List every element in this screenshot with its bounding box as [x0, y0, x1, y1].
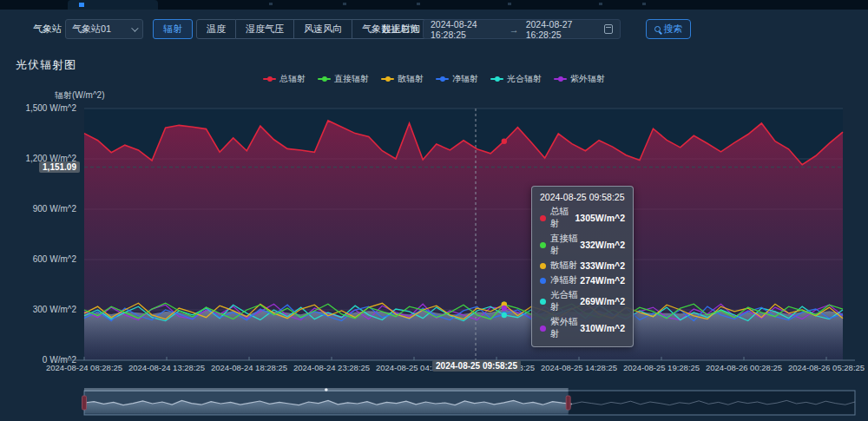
station-select[interactable]: 气象站01 — [65, 19, 143, 39]
datazoom-right-handle[interactable] — [566, 396, 570, 410]
legend-item[interactable]: 直接辐射 — [318, 73, 369, 85]
tooltip-row: 净辐射274W/m^2 — [540, 274, 625, 286]
time-range-label: 起止时间 — [382, 23, 420, 36]
date-range-picker[interactable]: 2024-08-24 16:28:25 → 2024-08-27 16:28:2… — [423, 19, 621, 39]
legend-item[interactable]: 紫外辐射 — [554, 73, 605, 85]
date-end-value[interactable]: 2024-08-27 16:28:25 — [526, 19, 598, 40]
date-start-value[interactable]: 2024-08-24 16:28:25 — [431, 19, 503, 40]
metric-tab-3[interactable]: 湿度气压 — [236, 19, 294, 39]
series-dot-icon — [540, 326, 546, 332]
station-select-value: 气象站01 — [72, 23, 111, 36]
legend-line-dot-icon — [381, 76, 394, 82]
legend-item[interactable]: 净辐射 — [436, 73, 478, 85]
chart-legend: 总辐射直接辐射散辐射净辐射光合辐射紫外辐射 — [0, 73, 868, 85]
series-dot-icon — [540, 278, 546, 284]
radiation-chart-canvas[interactable] — [0, 0, 868, 421]
series-dot-icon — [540, 215, 546, 221]
search-button[interactable]: 搜索 — [646, 19, 691, 39]
y-axis-pointer-badge: 1,151.09 — [39, 161, 80, 173]
tooltip-row: 散辐射333W/m^2 — [540, 260, 625, 272]
tooltip-row: 总辐射1305W/m^2 — [540, 206, 625, 230]
chart-tooltip: 2024-08-25 09:58:25 总辐射1305W/m^2直接辐射332W… — [531, 186, 634, 347]
legend-line-dot-icon — [318, 76, 331, 82]
legend-item[interactable]: 光合辐射 — [490, 73, 542, 85]
legend-line-dot-icon — [554, 76, 567, 82]
metric-tab-4[interactable]: 风速风向 — [294, 19, 352, 39]
legend-item[interactable]: 总辐射 — [263, 73, 306, 85]
calendar-icon[interactable] — [604, 24, 613, 34]
datazoom-left-handle[interactable] — [82, 396, 87, 410]
search-icon — [654, 26, 661, 32]
y-axis-name: 辐射(W/m^2) — [55, 89, 104, 102]
tooltip-timestamp: 2024-08-25 09:58:25 — [540, 192, 625, 202]
datazoom-slider[interactable] — [82, 388, 856, 415]
series-dot-icon — [540, 242, 546, 248]
datazoom-move-bar[interactable] — [84, 388, 569, 391]
chevron-down-icon — [131, 24, 138, 31]
arrow-right-icon: → — [510, 24, 519, 35]
legend-line-dot-icon — [263, 76, 276, 82]
station-label: 气象站 — [33, 23, 62, 36]
tab-favicon-icon — [79, 3, 84, 7]
metric-tab-1[interactable]: 辐射 — [153, 19, 193, 39]
tooltip-row: 光合辐射269W/m^2 — [540, 289, 625, 313]
series-dot-icon — [540, 263, 546, 269]
legend-line-dot-icon — [436, 76, 449, 82]
metric-tab-2[interactable]: 温度 — [196, 19, 236, 39]
x-axis-pointer-badge: 2024-08-25 09:58:25 — [432, 360, 521, 372]
active-browser-tab[interactable] — [68, 0, 158, 10]
datazoom-selection[interactable] — [84, 391, 569, 415]
legend-line-dot-icon — [490, 76, 503, 82]
legend-item[interactable]: 散辐射 — [381, 73, 424, 85]
filter-toolbar: 气象站 气象站01 辐射温度湿度气压风速风向气象数据总览 起止时间 2024-0… — [0, 15, 868, 41]
tooltip-row: 紫外辐射310W/m^2 — [540, 316, 625, 340]
tooltip-row: 直接辐射332W/m^2 — [540, 233, 625, 257]
series-dot-icon — [540, 299, 546, 305]
browser-tab-strip — [0, 0, 868, 10]
page-title: 光伏辐射图 — [16, 57, 76, 73]
